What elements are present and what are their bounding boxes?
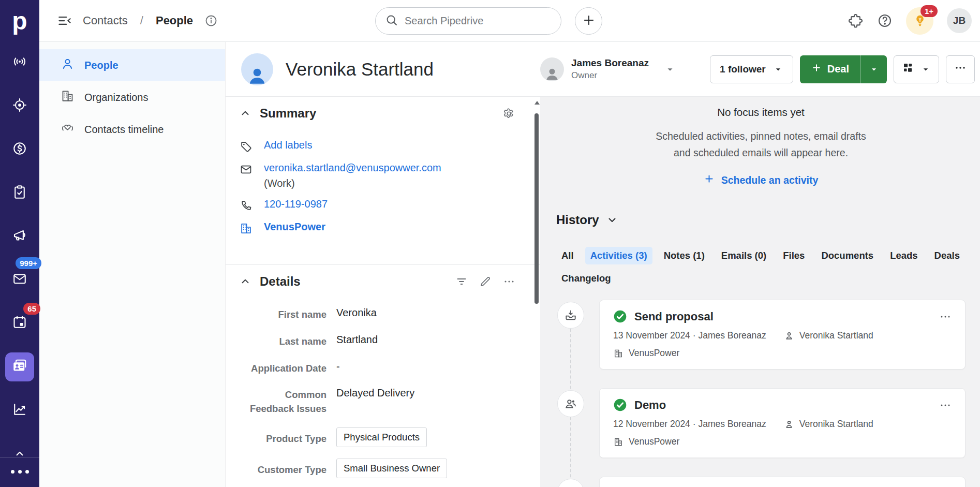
activity-date-owner: 13 November 2024 · James Boreanaz — [613, 330, 766, 341]
field-value-chip[interactable]: Physical Products — [336, 427, 427, 447]
organizations-icon — [61, 89, 75, 106]
field-value-chip[interactable]: Small Business Owner — [336, 459, 447, 478]
field-value[interactable]: Delayed Delivery — [336, 387, 414, 399]
field-row: Product Type Physical Products — [240, 427, 515, 447]
rail-item-contacts[interactable] — [5, 352, 34, 381]
activity-card[interactable]: Demo 12 November 2024 · James Boreanaz V… — [599, 388, 966, 458]
activity-person[interactable]: Veronika Startland — [799, 419, 873, 430]
rail-item-mail[interactable]: 999+ — [5, 265, 34, 294]
meeting-activity-icon — [557, 479, 584, 487]
sidebar-item-organizations[interactable]: Organizations — [39, 81, 225, 113]
collapse-section-icon[interactable] — [240, 276, 251, 287]
filter-icon[interactable] — [455, 275, 468, 288]
rail-item-deals[interactable] — [5, 92, 34, 121]
scroll-up-arrow[interactable] — [534, 101, 540, 105]
tab-notes[interactable]: Notes (1) — [659, 247, 710, 264]
done-check-icon[interactable] — [613, 398, 627, 412]
owner-name: James Boreanaz — [571, 57, 649, 69]
field-label: Application Date — [240, 360, 326, 376]
breadcrumb-section[interactable]: Contacts — [83, 14, 128, 27]
chevron-down-icon — [920, 64, 931, 75]
rail-item-insights[interactable] — [5, 396, 34, 425]
phone-link[interactable]: 120-119-0987 — [264, 198, 328, 210]
rail-item-campaigns[interactable] — [5, 222, 34, 251]
activity-organization[interactable]: VenusPower — [629, 436, 679, 447]
summary-title: Summary — [260, 106, 316, 121]
quick-add-button[interactable] — [575, 7, 602, 35]
suggestions-bulb-icon[interactable]: 1+ — [906, 7, 933, 35]
search-input[interactable] — [405, 15, 552, 27]
activity-title: Send proposal — [634, 310, 714, 323]
organization-row: VenusPower — [240, 221, 515, 235]
rail-item-activities[interactable] — [5, 179, 34, 208]
rail-item-leads[interactable] — [5, 48, 34, 77]
activity-organization[interactable]: VenusPower — [629, 348, 679, 359]
header-more-button[interactable] — [946, 55, 975, 83]
ellipsis-icon[interactable] — [503, 275, 515, 288]
card-more-icon[interactable] — [939, 399, 952, 411]
breadcrumb-page[interactable]: People — [156, 14, 193, 27]
contact-card-icon — [12, 358, 27, 376]
field-label: Customer Type — [240, 459, 326, 477]
focus-empty-text: and scheduled emails will appear here. — [556, 144, 966, 161]
scrollbar-thumb[interactable] — [534, 113, 539, 304]
plus-icon — [582, 13, 596, 29]
user-avatar[interactable]: JB — [947, 8, 972, 33]
owner-selector[interactable]: James Boreanaz Owner — [540, 57, 676, 81]
history-section-toggle[interactable]: History — [556, 213, 966, 227]
add-labels-link[interactable]: Add labels — [264, 139, 312, 151]
activity-person[interactable]: Veronika Startland — [799, 330, 873, 341]
tab-files[interactable]: Files — [778, 247, 810, 264]
email-link[interactable]: veronika.startland@venuspowwer.com — [264, 162, 441, 173]
sidebar-item-people[interactable]: People — [39, 49, 225, 81]
tab-changelog[interactable]: Changelog — [556, 270, 616, 287]
tab-all[interactable]: All — [556, 247, 579, 264]
tab-documents[interactable]: Documents — [816, 247, 879, 264]
pencil-icon[interactable] — [479, 275, 492, 288]
marketplace-puzzle-icon[interactable] — [848, 13, 864, 28]
tab-emails[interactable]: Emails (0) — [716, 247, 771, 264]
deal-dropdown-button[interactable] — [861, 55, 887, 83]
rail-more-icon[interactable] — [11, 458, 29, 487]
followers-button[interactable]: 1 follower — [710, 55, 793, 83]
activity-card[interactable]: First contact — [599, 477, 966, 487]
gear-icon[interactable] — [502, 107, 515, 120]
done-check-icon[interactable] — [613, 309, 627, 323]
followers-label: 1 follower — [720, 64, 766, 75]
collapse-section-icon[interactable] — [240, 108, 251, 119]
dollar-circle-icon — [12, 141, 27, 158]
sidebar-item-contacts-timeline[interactable]: Contacts timeline — [39, 113, 225, 145]
global-search[interactable] — [375, 7, 561, 35]
help-icon[interactable] — [877, 13, 893, 28]
detail-pane-scrollbar[interactable] — [533, 97, 540, 487]
layout-view-button[interactable] — [894, 55, 939, 83]
person-name: Veronika Startland — [286, 59, 434, 80]
field-value[interactable]: Veronika — [336, 306, 377, 319]
rail-item-calendar[interactable]: 65 — [5, 309, 34, 338]
owner-avatar — [540, 57, 564, 81]
tab-activities[interactable]: Activities (3) — [585, 247, 652, 264]
search-icon — [385, 13, 398, 29]
breadcrumb: Contacts / People — [57, 0, 218, 41]
field-value[interactable]: - — [336, 360, 340, 373]
rail-collapse-up-icon[interactable] — [13, 447, 26, 456]
activity-card[interactable]: Send proposal 13 November 2024 · James B… — [599, 300, 966, 370]
building-icon — [613, 437, 623, 447]
person-detail-pane: Summary Add labels veronika.s — [226, 97, 540, 487]
field-label: Last name — [240, 333, 326, 349]
collapse-sidebar-icon[interactable] — [57, 13, 72, 28]
add-deal-button[interactable]: Deal — [800, 55, 887, 83]
labels-row: Add labels — [240, 139, 515, 153]
sidebar-item-label: People — [84, 60, 118, 71]
rail-item-forecast[interactable] — [5, 135, 34, 164]
info-icon[interactable] — [204, 14, 218, 27]
schedule-activity-link[interactable]: Schedule an activity — [704, 173, 819, 187]
organization-link[interactable]: VenusPower — [264, 221, 325, 233]
tab-leads[interactable]: Leads — [885, 247, 923, 264]
tab-deals[interactable]: Deals — [929, 247, 965, 264]
email-type: (Work) — [264, 178, 441, 189]
field-value[interactable]: Startland — [336, 333, 378, 346]
organization-icon — [240, 222, 253, 235]
card-more-icon[interactable] — [939, 311, 952, 323]
focus-empty-state: No focus items yet Scheduled activities,… — [556, 97, 966, 187]
